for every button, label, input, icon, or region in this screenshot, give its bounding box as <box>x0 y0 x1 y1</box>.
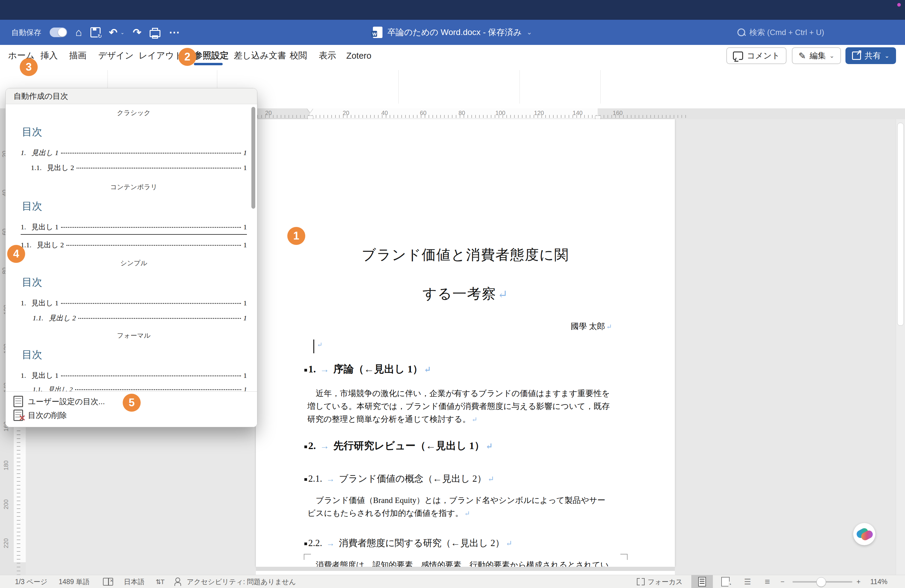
recording-indicator-dot <box>897 3 901 6</box>
heading2-consumer-attitude-research[interactable]: 2.2.→消費者態度に関する研究（←見出し 2）↵ <box>304 537 512 549</box>
zoom-slider-thumb[interactable] <box>816 577 826 587</box>
vruler-number: 220 <box>3 538 10 548</box>
outline-view-button[interactable] <box>737 575 758 588</box>
focus-icon <box>637 578 645 585</box>
print-layout-view-button[interactable] <box>691 575 713 588</box>
draft-view-button[interactable] <box>757 575 778 588</box>
annotation-badge-2: 2 <box>178 48 196 66</box>
document-page[interactable]: ブランド価値と消費者態度に関 する一考察↵ 國學 太郎↵ ↵ 1.→序論（←見出… <box>256 119 675 567</box>
web-layout-view-button[interactable] <box>714 575 736 588</box>
title-chevron-icon[interactable]: ⌄ <box>526 29 532 36</box>
tab-draw[interactable]: 描画 <box>69 45 86 67</box>
next-page-top <box>256 571 675 575</box>
accessibility-status[interactable]: アクセシビリティ: 問題ありません <box>175 575 296 588</box>
title-bar: 自動保存 ⌄ 卒論のための Word.docx - 保存済み ⌄ 検索 (Cmd… <box>0 20 905 45</box>
annotation-badge-4: 4 <box>7 245 25 263</box>
document-heading-title-line2[interactable]: する一考察↵ <box>256 284 675 303</box>
vertical-scrollbar-track[interactable] <box>896 119 905 575</box>
annotation-badge-1: 1 <box>287 227 305 245</box>
page-indicator[interactable]: 1/3 ページ <box>15 575 47 588</box>
pilcrow-mark: ↵ <box>498 288 508 301</box>
tab-mailings[interactable]: 差し込み文書 <box>234 45 286 67</box>
pilcrow-mark: ↵ <box>607 323 612 331</box>
author-line[interactable]: 國學 太郎↵ <box>256 321 612 332</box>
heading1-intro[interactable]: 1.→序論（←見出し 1）↵ <box>304 362 431 376</box>
editing-mode-button[interactable]: 編集 ⌄ <box>792 47 841 64</box>
text-cursor <box>313 340 314 353</box>
custom-toc-icon <box>13 396 23 407</box>
focus-mode-button[interactable]: フォーカス <box>637 575 683 588</box>
paragraph-brand-equity[interactable]: ブランド価値（Brand Equity）とは，ブランド名やシンボルによって製品や… <box>307 494 613 520</box>
toc-gallery-dropdown: 自動作成の目次 クラシック 目次 1.見出し 11 1.1.見出し 21 コンテ… <box>5 88 257 427</box>
search-input[interactable]: 検索 (Cmd + Ctrl + U) <box>749 27 824 38</box>
tab-view[interactable]: 表示 <box>319 45 336 67</box>
tab-layout[interactable]: レイアウト <box>138 45 183 67</box>
share-button[interactable]: 共有 ⌄ <box>845 47 896 64</box>
vertical-scrollbar-thumb[interactable] <box>897 123 904 326</box>
word-document-icon <box>373 27 383 38</box>
text-direction-icon[interactable] <box>156 575 164 588</box>
tab-zotero[interactable]: Zotero <box>346 45 372 67</box>
remove-toc-icon <box>13 410 23 421</box>
tab-insert[interactable]: 挿入 <box>40 45 58 67</box>
toc-style-contemporary[interactable]: コンテンポラリ 目次 1.見出し 11 1.1.見出し 21 <box>21 183 247 250</box>
toc-gallery-header: 自動作成の目次 <box>6 88 257 104</box>
share-icon <box>852 51 861 60</box>
paragraph-intro[interactable]: 近年，市場競争の激化に伴い，企業が有するブランドの価値はますます重要性を増してい… <box>307 387 613 426</box>
accessibility-icon <box>175 577 180 582</box>
search-icon <box>737 29 745 36</box>
zoom-out-button[interactable]: − <box>781 575 784 588</box>
heading2-brand-equity-concept[interactable]: 2.1.→ブランド価値の概念（←見出し 2）↵ <box>304 472 494 485</box>
spellcheck-icon[interactable] <box>103 575 113 588</box>
zoom-slider[interactable] <box>792 581 852 583</box>
language-indicator[interactable]: 日本語 <box>124 575 144 588</box>
tab-design[interactable]: デザイン <box>98 45 134 67</box>
hruler-number: 140 <box>573 110 583 116</box>
hruler-number: 20 <box>265 110 272 116</box>
ribbon-tab-bar: ホーム 挿入 描画 デザイン レイアウト 参照設定 差し込み文書 校閲 表示 Z… <box>0 45 905 67</box>
annotation-badge-5: 5 <box>123 394 141 412</box>
word-app-window: 自動保存 ⌄ 卒論のための Word.docx - 保存済み ⌄ 検索 (Cmd… <box>0 0 905 588</box>
toc-style-classic[interactable]: クラシック 目次 1.見出し 11 1.1.見出し 21 <box>21 108 247 172</box>
document-title[interactable]: 卒論のための Word.docx - 保存済み <box>387 27 522 38</box>
dropdown-scrollbar-thumb[interactable] <box>251 107 255 209</box>
zoom-level[interactable]: 114% <box>870 575 888 588</box>
heading1-literature-review[interactable]: 2.→先行研究レビュー（←見出し 1）↵ <box>304 439 493 453</box>
bookmark-square-mark <box>304 369 307 372</box>
hruler-number: 160 <box>613 110 622 116</box>
tab-review[interactable]: 校閲 <box>290 45 307 67</box>
vruler-number: 200 <box>3 499 10 509</box>
edit-chevron-icon: ⌄ <box>829 52 834 59</box>
page-gap <box>256 567 675 571</box>
hruler-number: 100 <box>495 110 505 116</box>
zoom-in-button[interactable]: + <box>856 575 861 588</box>
document-heading-title-line1[interactable]: ブランド価値と消費者態度に関 <box>256 245 675 264</box>
empty-paragraph-mark: ↵ <box>316 340 322 349</box>
word-count[interactable]: 1489 単語 <box>59 575 90 588</box>
comment-icon <box>733 51 743 60</box>
toc-style-formal[interactable]: フォーマル 目次 1.見出し 11 1.1.見出し 21 <box>21 331 247 394</box>
active-tab-underline <box>194 63 223 65</box>
tab-mark: → <box>320 364 330 375</box>
comments-button[interactable]: コメント <box>726 47 786 64</box>
status-bar: 1/3 ページ 1489 単語 日本語 アクセシビリティ: 問題ありません フォ… <box>0 575 905 588</box>
hruler-number: 40 <box>381 110 388 116</box>
hruler-number: 120 <box>534 110 544 116</box>
text-boundary-corner-right <box>621 554 627 560</box>
copilot-button[interactable] <box>853 523 875 545</box>
share-chevron-icon: ⌄ <box>884 52 889 59</box>
system-top-strip <box>0 0 905 20</box>
toc-style-simple[interactable]: シンプル 目次 1.見出し 11 1.1.見出し 21 <box>21 259 247 323</box>
hruler-number: 80 <box>459 110 465 116</box>
annotation-badge-3: 3 <box>20 58 38 76</box>
hruler-number: 60 <box>420 110 427 116</box>
pencil-icon <box>799 51 806 61</box>
vruler-number: 180 <box>3 461 10 470</box>
first-line-indent-marker[interactable] <box>307 108 313 113</box>
text-boundary-corner-left <box>304 554 311 560</box>
hruler-number: 20 <box>343 110 349 116</box>
